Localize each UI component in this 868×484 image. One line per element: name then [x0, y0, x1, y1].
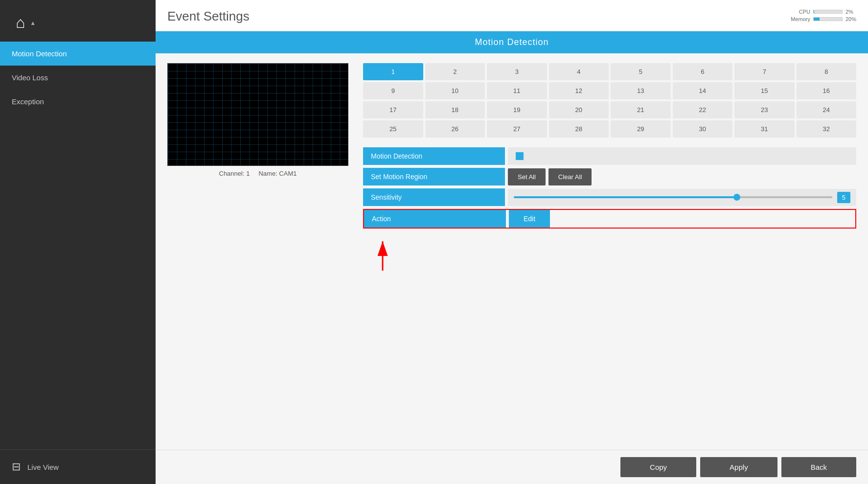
- channel-grid: 1234567891011121314151617181920212223242…: [363, 63, 856, 138]
- memory-bar: [813, 17, 843, 21]
- system-stats: CPU 2% Memory 20%: [786, 9, 856, 23]
- page-title: Event Settings: [167, 9, 250, 24]
- edit-button[interactable]: Edit: [509, 210, 550, 228]
- set-motion-region-row: Set Motion Region Set All Clear All: [363, 168, 856, 185]
- memory-value: 20%: [845, 16, 856, 22]
- camera-grid: [167, 63, 348, 166]
- cpu-label: CPU: [786, 9, 810, 15]
- channel-btn-10[interactable]: 10: [425, 82, 485, 99]
- channel-btn-3[interactable]: 3: [487, 63, 547, 80]
- channel-btn-24[interactable]: 24: [797, 101, 857, 118]
- live-view-label: Live View: [27, 463, 59, 471]
- channel-btn-13[interactable]: 13: [611, 82, 671, 99]
- set-motion-region-label: Set Motion Region: [363, 168, 505, 185]
- sidebar-footer[interactable]: ⊟ Live View: [0, 449, 156, 484]
- channel-btn-5[interactable]: 5: [611, 63, 671, 80]
- home-icon[interactable]: ⌂: [16, 14, 25, 32]
- channel-btn-16[interactable]: 16: [797, 82, 857, 99]
- channel-btn-21[interactable]: 21: [611, 101, 671, 118]
- channel-btn-26[interactable]: 26: [425, 120, 485, 138]
- copy-button[interactable]: Copy: [620, 457, 696, 477]
- svg-rect-0: [168, 64, 348, 166]
- channel-btn-4[interactable]: 4: [549, 63, 609, 80]
- sensitivity-slider-container: 5: [508, 189, 856, 206]
- sidebar-nav: Motion Detection Video Loss Exception: [0, 42, 156, 449]
- arrow-annotation: [368, 236, 856, 277]
- settings-rows: Motion Detection Set Motion Region Set A…: [363, 147, 856, 229]
- camera-view: Channel: 1 Name: CAM1: [167, 63, 348, 177]
- action-label: Action: [364, 210, 506, 228]
- channel-btn-14[interactable]: 14: [673, 82, 733, 99]
- sensitivity-slider-track[interactable]: [514, 196, 832, 198]
- header: Event Settings CPU 2% Memory 20%: [156, 0, 868, 31]
- sensitivity-slider-fill: [514, 196, 737, 198]
- channel-btn-30[interactable]: 30: [673, 120, 733, 138]
- motion-detection-row: Motion Detection: [363, 147, 856, 165]
- channel-btn-23[interactable]: 23: [734, 101, 795, 118]
- back-button[interactable]: Back: [781, 457, 856, 477]
- main-panel: Channel: 1 Name: CAM1 123456789101112131…: [167, 63, 856, 277]
- motion-detection-value: [508, 147, 856, 165]
- sensitivity-row: Sensitivity 5: [363, 188, 856, 206]
- red-arrow-icon: [368, 236, 397, 276]
- channel-btn-20[interactable]: 20: [549, 101, 609, 118]
- sidebar-item-motion-detection[interactable]: Motion Detection: [0, 42, 156, 66]
- channel-btn-6[interactable]: 6: [673, 63, 733, 80]
- memory-stat-row: Memory 20%: [786, 16, 856, 22]
- channel-btn-7[interactable]: 7: [734, 63, 795, 80]
- set-motion-region-buttons: Set All Clear All: [508, 168, 592, 185]
- channel-btn-9[interactable]: 9: [363, 82, 423, 99]
- memory-label: Memory: [786, 16, 810, 22]
- apply-button[interactable]: Apply: [700, 457, 777, 477]
- camera-label: Channel: 1 Name: CAM1: [219, 170, 297, 177]
- sidebar-item-exception[interactable]: Exception: [0, 90, 156, 114]
- sensitivity-value-badge: 5: [837, 192, 850, 203]
- channel-btn-11[interactable]: 11: [487, 82, 547, 99]
- channel-btn-8[interactable]: 8: [797, 63, 857, 80]
- memory-bar-fill: [814, 18, 820, 21]
- channel-btn-2[interactable]: 2: [425, 63, 485, 80]
- section-banner: Motion Detection: [156, 31, 868, 53]
- action-row: Action Edit: [363, 209, 856, 229]
- channel-btn-25[interactable]: 25: [363, 120, 423, 138]
- channel-btn-22[interactable]: 22: [673, 101, 733, 118]
- cpu-stat-row: CPU 2%: [786, 9, 856, 15]
- channel-section: 1234567891011121314151617181920212223242…: [363, 63, 856, 277]
- motion-detection-checkbox[interactable]: [516, 152, 524, 160]
- sensitivity-slider-thumb[interactable]: [733, 194, 740, 201]
- sensitivity-label: Sensitivity: [363, 188, 505, 206]
- motion-grid-overlay: [168, 64, 348, 166]
- clear-all-button[interactable]: Clear All: [548, 168, 592, 185]
- channel-btn-15[interactable]: 15: [734, 82, 795, 99]
- cpu-bar-fill: [814, 10, 814, 13]
- main-content: Event Settings CPU 2% Memory 20% Motion …: [156, 0, 868, 484]
- channel-btn-18[interactable]: 18: [425, 101, 485, 118]
- sidebar-item-video-loss[interactable]: Video Loss: [0, 66, 156, 90]
- channel-btn-31[interactable]: 31: [734, 120, 795, 138]
- motion-detection-label: Motion Detection: [363, 147, 505, 165]
- channel-btn-28[interactable]: 28: [549, 120, 609, 138]
- channel-btn-17[interactable]: 17: [363, 101, 423, 118]
- channel-btn-12[interactable]: 12: [549, 82, 609, 99]
- channel-btn-1[interactable]: 1: [363, 63, 423, 80]
- sidebar-logo: ⌂ ▲: [0, 0, 156, 42]
- channel-btn-19[interactable]: 19: [487, 101, 547, 118]
- footer: Copy Apply Back: [156, 450, 868, 484]
- set-all-button[interactable]: Set All: [508, 168, 546, 185]
- content-area: Channel: 1 Name: CAM1 123456789101112131…: [156, 53, 868, 450]
- channel-btn-32[interactable]: 32: [797, 120, 857, 138]
- cpu-value: 2%: [845, 9, 853, 15]
- cpu-bar: [813, 10, 843, 14]
- channel-btn-29[interactable]: 29: [611, 120, 671, 138]
- monitor-icon: ⊟: [12, 461, 21, 473]
- sidebar-arrow-icon: ▲: [30, 20, 36, 26]
- channel-btn-27[interactable]: 27: [487, 120, 547, 138]
- sidebar: ⌂ ▲ Motion Detection Video Loss Exceptio…: [0, 0, 156, 484]
